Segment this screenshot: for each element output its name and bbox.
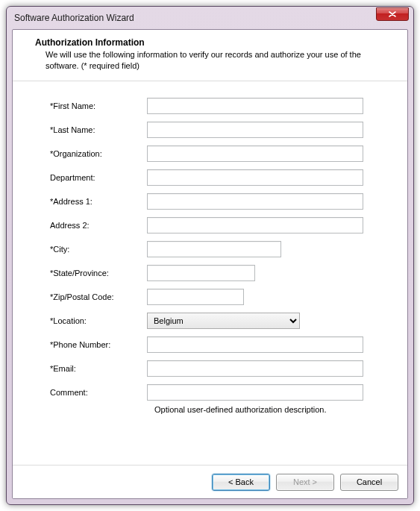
window-title: Software Authorization Wizard [14,13,376,23]
page-title: Authorization Information [35,37,394,48]
wizard-footer: < Back Next > Cancel [13,465,407,498]
state-input[interactable] [147,265,255,281]
address1-input[interactable] [147,193,363,210]
last-name-label: *Last Name: [43,125,147,134]
next-button[interactable]: Next > [276,474,334,491]
department-input[interactable] [147,169,363,186]
city-input[interactable] [147,241,281,257]
address2-input[interactable] [147,217,363,233]
state-label: *State/Province: [43,269,147,278]
phone-input[interactable] [147,336,363,353]
last-name-input[interactable] [147,122,363,138]
location-label: *Location: [43,316,147,325]
email-input[interactable] [147,360,363,377]
comment-label: Comment: [43,388,147,397]
location-select[interactable]: Belgium [147,313,300,329]
organization-label: *Organization: [43,149,147,158]
wizard-window: Software Authorization Wizard Authorizat… [6,6,414,505]
zip-label: *Zip/Postal Code: [43,292,147,301]
page-description: We will use the following information to… [35,49,394,72]
phone-label: *Phone Number: [43,340,147,349]
close-icon [389,11,396,17]
first-name-input[interactable] [147,98,363,114]
close-button[interactable] [376,7,409,21]
comment-input[interactable] [147,384,363,401]
back-button[interactable]: < Back [212,474,270,491]
form-area: *First Name: *Last Name: *Organization: … [13,81,407,465]
email-label: *Email: [43,364,147,373]
address1-label: *Address 1: [43,197,147,206]
zip-input[interactable] [147,289,244,305]
organization-input[interactable] [147,145,363,162]
wizard-header: Authorization Information We will use th… [13,30,407,81]
first-name-label: *First Name: [43,101,147,110]
comment-helper: Optional user-defined authorization desc… [154,405,385,414]
department-label: Department: [43,173,147,182]
city-label: *City: [43,245,147,254]
address2-label: Address 2: [43,221,147,230]
titlebar: Software Authorization Wizard [7,7,413,29]
client-area: Authorization Information We will use th… [12,29,408,499]
cancel-button[interactable]: Cancel [340,474,398,491]
